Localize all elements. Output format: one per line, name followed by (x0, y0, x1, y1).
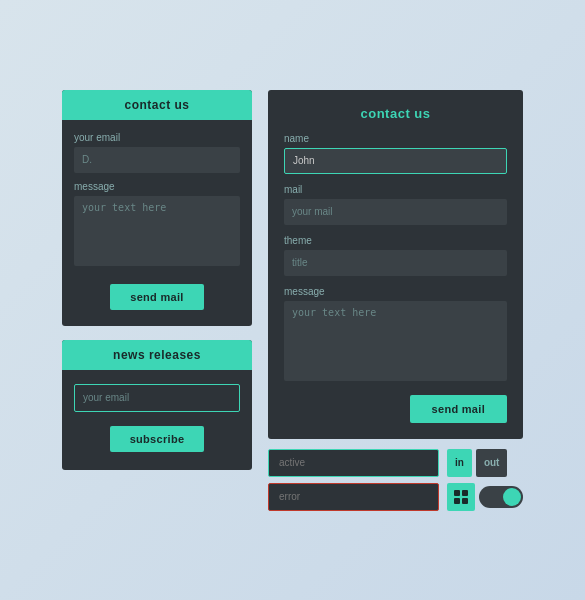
small-email-label: your email (74, 132, 240, 143)
grid-button[interactable] (447, 483, 475, 511)
small-contact-body: your email message send mail (62, 120, 252, 326)
mail-label: mail (284, 184, 507, 195)
news-releases-header: news releases (62, 340, 252, 370)
small-message-label: message (74, 181, 240, 192)
left-column: contact us your email message send mail … (62, 90, 252, 470)
main-container: contact us your email message send mail … (42, 70, 543, 531)
small-send-button[interactable]: send mail (110, 284, 203, 310)
theme-label: theme (284, 235, 507, 246)
error-state-input[interactable] (268, 483, 439, 511)
small-contact-header: contact us (62, 90, 252, 120)
out-button[interactable]: out (476, 449, 508, 477)
grid-icon (454, 490, 468, 504)
big-contact-title: contact us (284, 106, 507, 121)
active-state-input[interactable] (268, 449, 439, 477)
news-releases-card: news releases subscribe (62, 340, 252, 470)
right-column: contact us name mail theme message send … (268, 90, 523, 511)
right-buttons: in out (447, 449, 523, 511)
big-contact-card: contact us name mail theme message send … (268, 90, 523, 439)
toggle-switch[interactable] (479, 486, 523, 508)
news-releases-body: subscribe (62, 370, 252, 470)
name-label: name (284, 133, 507, 144)
big-message-textarea[interactable] (284, 301, 507, 381)
toggle-knob (503, 488, 521, 506)
small-email-input[interactable] (74, 147, 240, 173)
subscribe-button[interactable]: subscribe (110, 426, 205, 452)
small-contact-card: contact us your email message send mail (62, 90, 252, 326)
small-message-textarea[interactable] (74, 196, 240, 266)
news-email-input[interactable] (74, 384, 240, 412)
toggle-row (447, 483, 523, 511)
bottom-elements: in out (268, 449, 523, 511)
in-out-row: in out (447, 449, 523, 477)
name-input[interactable] (284, 148, 507, 174)
theme-input[interactable] (284, 250, 507, 276)
mail-input[interactable] (284, 199, 507, 225)
big-send-button[interactable]: send mail (410, 395, 507, 423)
in-button[interactable]: in (447, 449, 472, 477)
big-message-label: message (284, 286, 507, 297)
state-inputs (268, 449, 439, 511)
